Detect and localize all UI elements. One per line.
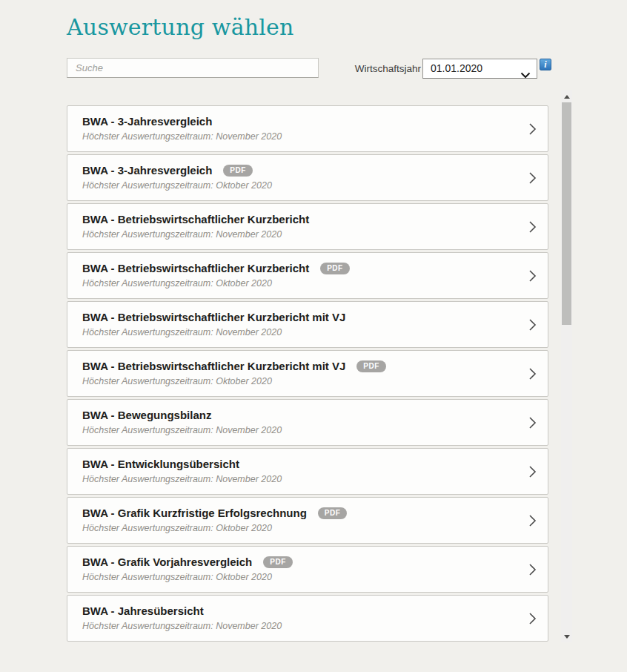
scrollbar-thumb[interactable] [562,102,571,325]
list-item-subtitle: Höchster Auswertungszeitraum: November 2… [82,131,515,142]
chevron-right-icon [528,465,537,478]
chevron-right-icon [528,318,537,332]
info-icon[interactable]: i [540,59,551,70]
list-item[interactable]: BWA - 3-JahresvergleichPDFHöchster Auswe… [67,154,548,201]
list-item-subtitle: Höchster Auswertungszeitraum: November 2… [82,327,515,338]
list-item-subtitle: Höchster Auswertungszeitraum: Oktober 20… [82,180,515,191]
fiscal-year-label: Wirtschaftsjahr [304,63,421,74]
pdf-badge: PDF [263,556,293,568]
list-item-title: BWA - Grafik Vorjahresvergleich [82,555,252,569]
list-item[interactable]: BWA - EntwicklungsübersichtHöchster Ausw… [67,448,548,495]
pdf-badge: PDF [356,360,386,372]
list-item-title: BWA - 3-Jahresvergleich [82,114,212,128]
list-item[interactable]: BWA - Betriebswirtschaftlicher Kurzberic… [67,350,548,397]
chevron-right-icon [528,220,537,234]
fiscal-year-select[interactable]: 01.01.2020 [422,59,537,79]
fiscal-year-selected-value: 01.01.2020 [431,62,482,74]
list-item[interactable]: BWA - BewegungsbilanzHöchster Auswertung… [67,399,548,446]
report-list: BWA - 3-JahresvergleichHöchster Auswertu… [67,105,548,644]
list-item[interactable]: BWA - Grafik VorjahresvergleichPDFHöchst… [67,546,548,593]
search-input[interactable] [67,58,319,78]
pdf-badge: PDF [223,165,253,177]
scrollbar-down-arrow[interactable] [561,631,572,642]
list-item-subtitle: Höchster Auswertungszeitraum: November 2… [82,621,515,632]
chevron-right-icon [528,269,537,283]
chevron-right-icon [528,514,537,527]
pdf-badge: PDF [320,263,350,274]
list-item[interactable]: BWA - JahresübersichtHöchster Auswertung… [67,595,548,642]
list-item-title: BWA - Betriebswirtschaftlicher Kurzberic… [82,310,345,324]
list-item-subtitle: Höchster Auswertungszeitraum: Oktober 20… [82,572,515,583]
list-item-title: BWA - Entwicklungsübersicht [82,457,239,471]
chevron-right-icon [528,171,537,185]
scrollbar-up-arrow[interactable] [561,91,572,102]
list-item-title: BWA - Betriebswirtschaftlicher Kurzberic… [82,359,345,373]
list-item-title: BWA - Jahresübersicht [82,604,204,618]
list-item-subtitle: Höchster Auswertungszeitraum: Oktober 20… [82,376,515,387]
list-item[interactable]: BWA - Betriebswirtschaftlicher Kurzberic… [67,203,548,250]
auswertung-waehlen-page: Auswertung wählen Wirtschaftsjahr 01.01.… [0,0,627,672]
list-item-title: BWA - Betriebswirtschaftlicher Kurzberic… [82,212,309,226]
list-item-title: BWA - Betriebswirtschaftlicher Kurzberic… [82,261,309,275]
chevron-right-icon [528,367,537,381]
list-item[interactable]: BWA - Betriebswirtschaftlicher Kurzberic… [67,252,548,299]
list-item-title: BWA - Bewegungsbilanz [82,408,211,422]
list-item-subtitle: Höchster Auswertungszeitraum: November 2… [82,474,515,485]
chevron-right-icon [528,563,537,576]
list-item[interactable]: BWA - 3-JahresvergleichHöchster Auswertu… [67,105,548,152]
list-item-subtitle: Höchster Auswertungszeitraum: Oktober 20… [82,523,515,534]
scrollbar [561,90,572,642]
list-item-subtitle: Höchster Auswertungszeitraum: November 2… [82,425,515,436]
chevron-right-icon [528,612,537,625]
list-item-title: BWA - Grafik Kurzfristige Erfolgsrechnun… [82,506,307,520]
chevron-right-icon [528,122,537,136]
chevron-right-icon [528,416,537,429]
list-item[interactable]: BWA - Grafik Kurzfristige Erfolgsrechnun… [67,497,548,544]
list-item-title: BWA - 3-Jahresvergleich [82,163,212,177]
pdf-badge: PDF [318,507,348,519]
list-item[interactable]: BWA - Betriebswirtschaftlicher Kurzberic… [67,301,548,348]
page-title: Auswertung wählen [67,13,294,42]
list-item-subtitle: Höchster Auswertungszeitraum: Oktober 20… [82,278,515,289]
chevron-down-icon [520,66,531,85]
list-item-subtitle: Höchster Auswertungszeitraum: November 2… [82,229,515,240]
